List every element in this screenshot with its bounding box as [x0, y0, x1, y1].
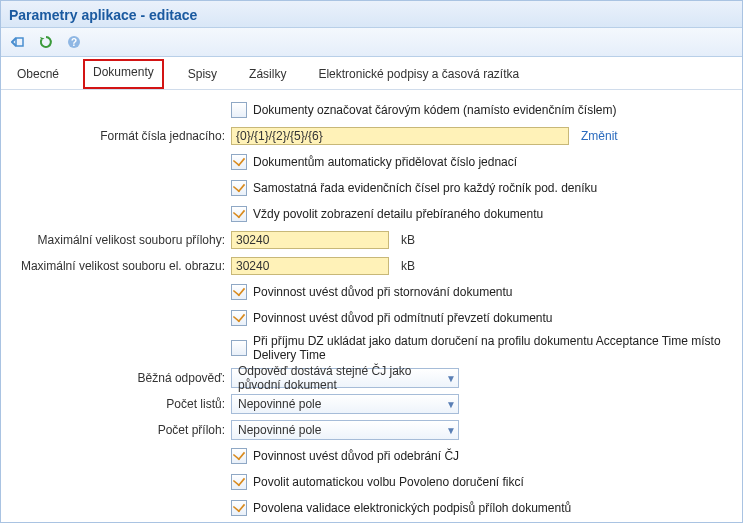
unit-priloha: kB — [401, 233, 415, 247]
label-auto-cj: Dokumentům automaticky přidělovat číslo … — [253, 155, 517, 169]
tab-content: Dokumenty označovat čárovým kódem (namís… — [1, 90, 742, 523]
select-pocet-priloh[interactable]: Nepovinné pole ▼ — [231, 420, 459, 440]
refresh-button[interactable] — [35, 31, 57, 53]
tab-strip: Obecné Dokumenty Spisy Zásilky Elektroni… — [1, 57, 742, 90]
tab-spisy[interactable]: Spisy — [184, 65, 221, 83]
label-duvod-storno: Povinnost uvést důvod při stornování dok… — [253, 285, 513, 299]
toolbar: ? — [1, 28, 742, 57]
link-change-format[interactable]: Změnit — [581, 129, 618, 143]
label-barcode: Dokumenty označovat čárovým kódem (namís… — [253, 103, 616, 117]
tab-dokumenty[interactable]: Dokumenty — [83, 59, 164, 89]
checkbox-auto-fikce[interactable] — [231, 474, 247, 490]
checkbox-auto-cj[interactable] — [231, 154, 247, 170]
label-rada: Samostatná řada evidenčních čísel pro ka… — [253, 181, 597, 195]
input-max-obraz[interactable] — [231, 257, 389, 275]
tab-zasilky[interactable]: Zásilky — [245, 65, 290, 83]
select-pocet-priloh-value: Nepovinné pole — [238, 423, 321, 437]
back-exit-button[interactable] — [7, 31, 29, 53]
checkbox-dz-datum[interactable] — [231, 340, 247, 356]
chevron-down-icon: ▼ — [446, 425, 456, 436]
checkbox-duvod-storno[interactable] — [231, 284, 247, 300]
label-max-obraz: Maximální velikost souboru el. obrazu: — [11, 259, 231, 273]
label-pocet-listu: Počet listů: — [11, 397, 231, 411]
label-format-cj: Formát čísla jednacího: — [11, 129, 231, 143]
checkbox-duvod-odmit[interactable] — [231, 310, 247, 326]
input-format-cj[interactable] — [231, 127, 569, 145]
svg-rect-0 — [16, 38, 23, 46]
label-pocet-priloh: Počet příloh: — [11, 423, 231, 437]
label-max-priloha: Maximální velikost souboru přílohy: — [11, 233, 231, 247]
checkbox-validace[interactable] — [231, 500, 247, 516]
unit-obraz: kB — [401, 259, 415, 273]
select-pocet-listu-value: Nepovinné pole — [238, 397, 321, 411]
label-detail: Vždy povolit zobrazení detailu přebírané… — [253, 207, 543, 221]
select-bezna-odpoved[interactable]: Odpověď dostává stejné ČJ jako původní d… — [231, 368, 459, 388]
select-bezna-odpoved-value: Odpověď dostává stejné ČJ jako původní d… — [238, 364, 446, 392]
tab-obecne[interactable]: Obecné — [13, 65, 63, 83]
checkbox-rada[interactable] — [231, 180, 247, 196]
label-duvod-odmit: Povinnost uvést důvod při odmítnutí přev… — [253, 311, 553, 325]
input-max-priloha[interactable] — [231, 231, 389, 249]
help-button[interactable]: ? — [63, 31, 85, 53]
app-window: Parametry aplikace - editace ? Obecné Do… — [0, 0, 743, 523]
label-dz-datum: Při příjmu DZ ukládat jako datum doručen… — [253, 334, 732, 362]
checkbox-barcode[interactable] — [231, 102, 247, 118]
label-validace: Povolena validace elektronických podpisů… — [253, 501, 571, 515]
window-title: Parametry aplikace - editace — [1, 1, 742, 28]
checkbox-duvod-odebrani[interactable] — [231, 448, 247, 464]
label-auto-fikce: Povolit automatickou volbu Povoleno doru… — [253, 475, 524, 489]
label-bezna-odpoved: Běžná odpověď: — [11, 371, 231, 385]
chevron-down-icon: ▼ — [446, 373, 456, 384]
svg-text:?: ? — [71, 37, 77, 48]
label-duvod-odebrani: Povinnost uvést důvod při odebrání ČJ — [253, 449, 459, 463]
select-pocet-listu[interactable]: Nepovinné pole ▼ — [231, 394, 459, 414]
chevron-down-icon: ▼ — [446, 399, 456, 410]
tab-podpisy[interactable]: Elektronické podpisy a časová razítka — [314, 65, 523, 83]
checkbox-detail[interactable] — [231, 206, 247, 222]
